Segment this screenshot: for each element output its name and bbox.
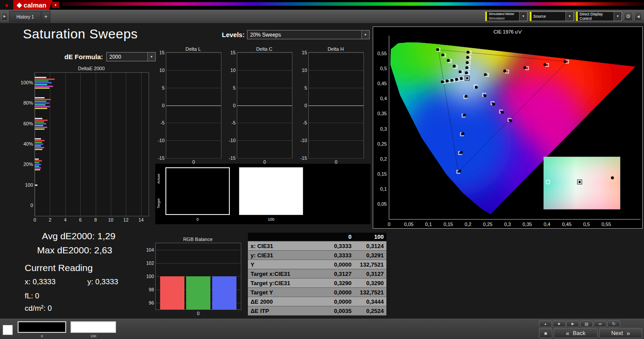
back-button[interactable]: « Back <box>554 328 598 338</box>
de-formula-label: dE Formula: <box>64 53 103 60</box>
bottom-swatch-0[interactable] <box>18 321 66 333</box>
bottom-swatch-100[interactable] <box>71 321 116 333</box>
deltae-bar <box>35 87 49 89</box>
display-control-dropdown[interactable]: Direct Display Control ▼ <box>576 11 622 21</box>
top-bar: ◆ ◆ calman ▼ <box>0 0 644 10</box>
tick-label: 15 <box>295 50 307 55</box>
tick-label: 2 <box>45 217 55 222</box>
tick-label: -5 <box>224 120 236 125</box>
refresh-button[interactable]: ↻ <box>607 320 620 327</box>
deltae-bar <box>35 80 49 82</box>
calman-logo: ◆ calman <box>13 0 52 10</box>
tick-label: -15 <box>224 155 236 161</box>
deltae-bar <box>35 158 39 160</box>
reading-cdm2: cd/m²: 0 <box>25 304 52 313</box>
svg-text:0,45: 0,45 <box>562 222 571 227</box>
meter-dropdown[interactable]: Simulated Meter Simulated ▼ <box>485 11 528 21</box>
svg-text:0,2: 0,2 <box>464 222 471 227</box>
next-chevron-icon: » <box>626 330 630 337</box>
delta-h-title: Delta H <box>308 46 363 52</box>
svg-text:0,2: 0,2 <box>380 156 387 162</box>
gridline <box>237 88 292 88</box>
deltae-chart: 02468101214100%80%60%40%20%1000 <box>34 72 149 216</box>
tick-label: 100 <box>142 274 154 279</box>
svg-text:CIE 1976 u'v': CIE 1976 u'v' <box>494 29 522 34</box>
svg-text:0,55: 0,55 <box>378 51 387 56</box>
tick-label: 0 <box>295 103 307 108</box>
deltae-bar <box>35 169 40 170</box>
table-row: x: CIE310,33330,3124 <box>248 241 386 251</box>
swatch-level-0 <box>165 167 230 215</box>
deltae-bar <box>35 145 41 147</box>
deltae-bar <box>35 106 50 107</box>
levels-dropdown[interactable]: 20% Sweeps ▼ <box>247 30 370 39</box>
deltae-bar <box>35 143 43 145</box>
de-formula-dropdown[interactable]: 2000 ▼ <box>106 52 156 61</box>
svg-text:0,1: 0,1 <box>425 222 432 227</box>
category-label: 0 <box>16 203 33 208</box>
new-tab-button[interactable]: + <box>41 11 50 23</box>
bottom-bar: 0 100 ▲ ■ ▶ ▤ ∞ ↻ ■ « Back Next » <box>0 319 644 339</box>
avg-de2000-stat: Avg dE2000: 1,29 <box>42 231 116 241</box>
swatch-level-100 <box>239 167 303 215</box>
deltae-bar <box>35 167 41 169</box>
gridline <box>156 250 241 250</box>
back-button-label: Back <box>573 330 585 336</box>
gridline <box>166 70 221 71</box>
levels-value: 20% Sweeps <box>250 32 281 38</box>
gridline <box>65 73 66 216</box>
play-button[interactable]: ▶ <box>566 320 579 327</box>
gridline <box>237 123 292 123</box>
deltae-bar <box>35 125 43 126</box>
gridline <box>237 140 292 141</box>
calman-window: ◆ ◆ calman ▼ ▶ History 1 + Simulated Met… <box>0 0 644 339</box>
svg-text:0,05: 0,05 <box>378 201 387 207</box>
tick-label: 0 <box>153 103 165 108</box>
gridline <box>237 70 292 71</box>
actual-target-panel: Actual Target 0 100 <box>155 164 371 224</box>
window-mode-button[interactable]: ■ <box>539 328 552 338</box>
table-row: y: CIE310,33330,3291 <box>248 251 386 260</box>
svg-text:0,15: 0,15 <box>444 222 453 227</box>
tick-label: 102 <box>142 260 154 266</box>
continuous-measure-button[interactable]: ∞ <box>594 320 607 327</box>
svg-text:0,05: 0,05 <box>404 222 413 227</box>
svg-text:0: 0 <box>388 222 390 227</box>
tick-label: 10 <box>153 68 165 73</box>
back-chevron-icon: « <box>566 330 569 337</box>
settings-button[interactable]: ⚙ <box>624 11 633 21</box>
collapse-panel-button[interactable]: ◀ <box>634 11 642 21</box>
source-dropdown[interactable]: Source ▼ <box>530 11 574 21</box>
deltae-bar <box>35 121 44 123</box>
delta-c-chart: 151050-5-10-150 <box>237 52 292 158</box>
window-icon: ■ <box>544 331 547 336</box>
zero-line-series <box>166 105 221 106</box>
next-button[interactable]: Next » <box>599 328 642 338</box>
tab-history-1[interactable]: History 1 <box>9 11 41 23</box>
deltae-bar <box>35 77 46 78</box>
up-button[interactable]: ▲ <box>539 320 552 327</box>
source-dropdown-label: Source <box>533 14 546 19</box>
tick-label: 10 <box>105 217 116 222</box>
gridline <box>166 123 221 123</box>
chevron-down-icon: ▼ <box>519 12 527 21</box>
tick-label: 5 <box>295 85 307 90</box>
category-label: 100 <box>16 182 33 188</box>
deltae-bar <box>35 118 42 119</box>
deltae-bar <box>35 84 47 85</box>
table-row: Target x:CIE310,31270,3127 <box>248 269 386 279</box>
save-button[interactable]: ▤ <box>580 320 593 327</box>
stop-button[interactable]: ■ <box>553 320 565 327</box>
deltae-bar <box>35 101 46 102</box>
spectrum-strip <box>62 2 644 6</box>
gridline <box>126 73 126 216</box>
deltae-bar <box>35 127 47 128</box>
pattern-chip[interactable] <box>3 325 13 335</box>
logo-menu-button[interactable]: ▼ <box>52 2 59 8</box>
display-control-label: Direct Display Control <box>580 12 614 21</box>
svg-text:0,4: 0,4 <box>543 222 550 227</box>
deltae-bar <box>35 102 49 104</box>
svg-text:0,15: 0,15 <box>378 171 387 177</box>
tab-scroll-button[interactable]: ▶ <box>1 12 8 21</box>
col-header-0: 0 <box>322 233 354 241</box>
